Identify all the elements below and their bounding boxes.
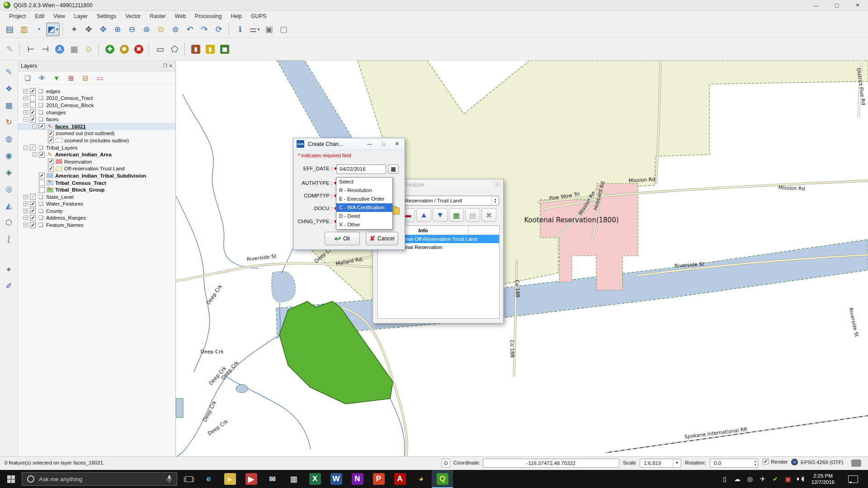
layer-item-tribal-layers[interactable]: −✓❏Tribal_Layers [18, 144, 175, 151]
dock-panel-button[interactable]: ❐ [163, 63, 167, 68]
taskbar-app-chrome[interactable]: ◕ [410, 470, 432, 488]
close-panel-button[interactable]: ✕ [169, 63, 173, 68]
layer-item-state-level[interactable]: +✓❏State_Level [18, 193, 175, 201]
add-feature-button[interactable]: ✚ [103, 42, 117, 56]
select-by-expression-button[interactable]: ✩ [82, 42, 95, 56]
layer-item-tribal-census-tract[interactable]: ✓✎Tribal_Census_Tract [18, 179, 175, 187]
dropdown-option-c-bia-certification[interactable]: C - BIA Certification [336, 203, 392, 212]
vertex-marker-button[interactable]: ✐ [2, 279, 16, 293]
crs-status[interactable]: EPSG:4269 (OTF) [791, 459, 844, 465]
layer-item-tribal-block-group[interactable]: ✓✎Tribal_Block_Group [18, 186, 175, 193]
node-tool-button[interactable]: ❖ [2, 82, 16, 95]
action-center-icon[interactable] [848, 475, 858, 483]
taskbar-clock[interactable]: 2:25 PM 12/7/2016 [811, 473, 835, 485]
layer-item-feature-names[interactable]: +✓❏Feature_Names [18, 221, 175, 229]
layer-checkbox[interactable]: ✓ [39, 152, 45, 158]
menu-help[interactable]: Help [226, 12, 246, 20]
layer-checkbox[interactable]: ✓ [39, 123, 45, 129]
print-composer-button[interactable]: ▥ [17, 23, 31, 36]
expander-icon[interactable]: + [24, 89, 28, 94]
add-group-button[interactable]: ❏ [23, 73, 33, 83]
layer-item-2010-census-tract[interactable]: +✓❏2010_Census_Tract [18, 95, 175, 102]
split-features-button[interactable]: ◭ [2, 199, 16, 212]
menu-view[interactable]: View [49, 12, 70, 20]
create-dialog-titlebar[interactable]: GUPS Create Chan... — □ ✕ [293, 138, 405, 150]
layer-checkbox[interactable]: ✓ [30, 95, 36, 101]
attribute-table-button[interactable]: ▦ [67, 42, 81, 56]
zoom-next-button[interactable]: ↷ [198, 23, 211, 36]
volume-icon[interactable] [797, 476, 804, 482]
layer-checkbox[interactable]: ✓ [39, 180, 45, 186]
layer-item-reservation[interactable]: ✓Reservation [18, 158, 175, 165]
measure-button-dropdown-icon[interactable]: ▾ [258, 27, 260, 32]
feature-move-down-button[interactable]: ▼ [433, 208, 448, 222]
copy-button[interactable]: ▣ [262, 23, 276, 36]
menu-vector[interactable]: Vector [121, 12, 145, 20]
expander-icon[interactable]: + [24, 209, 28, 213]
feature-dialog-close-button[interactable]: x [494, 181, 501, 188]
menu-settings[interactable]: Settings [92, 12, 121, 20]
coordinate-input[interactable]: -116.37472,48.70322 [483, 459, 619, 468]
zoom-to-layer-button[interactable]: ⊚ [169, 23, 182, 36]
select-features-button-dropdown-icon[interactable]: ▾ [56, 27, 58, 32]
layer-checkbox[interactable]: ✓ [30, 102, 36, 108]
layer-item-zoomed-out-not-outlined-[interactable]: ✓zoomed out (not outlined) [18, 130, 175, 137]
layer-checkbox[interactable]: ✓ [30, 117, 36, 122]
layer-item-changes[interactable]: +✓❏changes [18, 109, 175, 116]
refresh-button[interactable]: ⟳ [212, 23, 226, 36]
layer-checkbox[interactable]: ✓ [30, 201, 36, 207]
layer-checkbox[interactable]: ✓ [30, 215, 36, 221]
layer-checkbox[interactable]: ✓ [30, 208, 36, 214]
close-button[interactable]: ✕ [847, 0, 868, 11]
menu-raster[interactable]: Raster [145, 12, 170, 20]
select-polygon-tool-button[interactable]: ⬠ [168, 42, 181, 56]
taskbar-app-acrobat[interactable]: A [389, 470, 410, 488]
measure-button[interactable]: ⚌▾ [248, 23, 261, 36]
gups-structure-tool-button[interactable]: ▮ [203, 42, 217, 56]
layer-checkbox[interactable]: ✓ [48, 166, 54, 172]
layer-checkbox[interactable]: ✓ [39, 173, 45, 178]
layer-item-faces-16021[interactable]: −✓✎faces_16021 [18, 123, 175, 130]
map-tips-button[interactable]: ◔ [32, 23, 45, 36]
layer-checkbox[interactable]: ✓ [30, 145, 36, 150]
manage-visibility-button[interactable]: 👁 [37, 73, 47, 83]
expander-icon[interactable]: + [24, 202, 28, 206]
start-button[interactable] [0, 470, 22, 488]
menu-gups[interactable]: GUPS [246, 12, 271, 20]
expander-icon[interactable]: − [33, 124, 37, 129]
map-canvas[interactable]: Mission RdMission RdPow Wow TrlMission R… [176, 61, 868, 456]
menu-web[interactable]: Web [170, 12, 190, 20]
pan-to-selection-button[interactable]: ✥ [96, 23, 110, 36]
paste-button[interactable]: ▢ [277, 23, 290, 36]
menu-processing[interactable]: Processing [190, 12, 226, 20]
ok-button[interactable]: ↩ Ok [325, 232, 360, 245]
feature-move-up-button[interactable]: ▲ [416, 208, 431, 222]
zoom-last-button[interactable]: ↶ [183, 23, 197, 36]
render-check-icon[interactable]: ✓ [763, 459, 769, 465]
render-checkbox[interactable]: ✓ Render [763, 459, 788, 465]
layer-item-water-features[interactable]: +✓❏Water_Features [18, 201, 175, 208]
merge-features-button[interactable]: ⬡ [2, 216, 16, 229]
taskbar-app-excel[interactable]: X [304, 470, 326, 488]
dialog-maximize-button[interactable]: □ [382, 141, 385, 147]
fill-ring-button[interactable]: ◉ [2, 149, 16, 162]
taskbar-app-qgis[interactable]: Q [432, 470, 453, 488]
touch-zoom-button[interactable]: ✦ [67, 23, 81, 36]
tray-antivirus-icon[interactable]: ✔ [772, 476, 779, 482]
cad-tools-button[interactable]: ✎ [2, 65, 16, 79]
task-view-button[interactable] [180, 470, 198, 488]
gups-address-tool-button[interactable]: ▮ [189, 42, 203, 56]
collapse-all-button[interactable]: ⊟ [80, 73, 90, 83]
taskbar-app-mail[interactable]: ✉ [262, 470, 283, 488]
layer-item-zoomed-in-includes-outline-[interactable]: ✓zoomed in (includes outline) [18, 137, 175, 144]
minimize-button[interactable]: — [806, 0, 826, 11]
feature-add-map-button[interactable]: ▦ [449, 208, 464, 222]
expander-icon[interactable]: + [24, 216, 28, 220]
layer-checkbox[interactable]: ✓ [30, 222, 36, 228]
pan-map-button[interactable]: ✥ [82, 23, 95, 36]
delete-feature-button[interactable]: ✖ [132, 42, 146, 56]
select-rectangle-tool-button[interactable]: ▭ [153, 42, 167, 56]
menu-project[interactable]: Project [5, 12, 30, 20]
menu-edit[interactable]: Edit [30, 12, 49, 20]
feature-close-button[interactable]: ✖ [481, 208, 496, 222]
